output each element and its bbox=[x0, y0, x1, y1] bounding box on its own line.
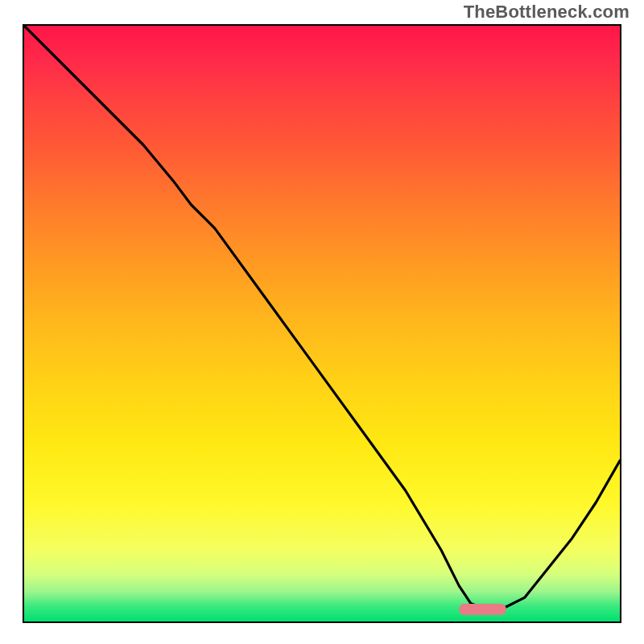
optimal-range-marker bbox=[459, 604, 506, 615]
watermark-text: TheBottleneck.com bbox=[464, 2, 630, 23]
bottleneck-curve bbox=[24, 26, 620, 621]
curve-path bbox=[24, 26, 620, 609]
chart-frame: TheBottleneck.com bbox=[0, 0, 644, 644]
plot-area bbox=[23, 24, 621, 623]
